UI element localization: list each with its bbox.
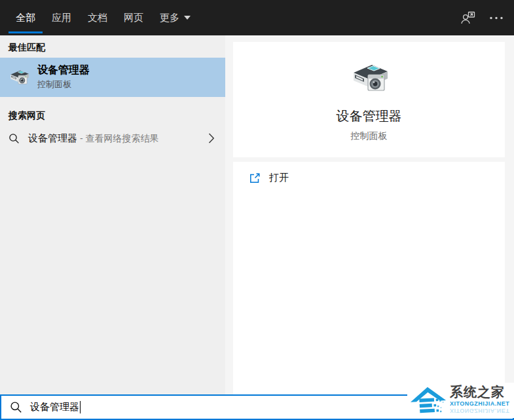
web-query-text: 设备管理器 [28, 132, 77, 143]
web-separator: - [77, 133, 85, 143]
web-hint-text: 查看网络搜索结果 [85, 133, 158, 143]
actions-pane: 打开 [233, 162, 505, 394]
search-icon [9, 133, 20, 144]
tab-web[interactable]: 网页 [117, 0, 151, 35]
result-title: 设备管理器 [37, 64, 90, 76]
chevron-right-icon [208, 133, 215, 144]
open-action[interactable]: 打开 [233, 162, 505, 194]
web-search-suggestion[interactable]: 设备管理器 - 查看网络搜索结果 [0, 126, 225, 151]
site-watermark: 系统之家 XITONGZHIJIA.NET XITONGZHIJIA.NET [407, 383, 514, 418]
result-device-manager[interactable]: 设备管理器 控制面板 [0, 58, 225, 97]
caret-down-icon [184, 16, 191, 20]
person-feedback-icon[interactable] [460, 10, 476, 26]
tab-all-label: 全部 [16, 12, 35, 24]
tab-web-label: 网页 [124, 12, 143, 24]
search-icon [10, 401, 22, 413]
tab-apps-label: 应用 [52, 12, 71, 24]
tab-documents[interactable]: 文档 [81, 0, 115, 35]
topbar-icon-group [460, 0, 504, 35]
tab-all[interactable]: 全部 [9, 0, 43, 35]
filter-tab-bar: 全部 应用 文档 网页 更多 [0, 0, 200, 35]
watermark-domain-reflection: XITONGZHIJIA.NET [450, 408, 509, 414]
preview-pane: 设备管理器 控制面板 [233, 42, 505, 157]
preview-subtitle: 控制面板 [351, 130, 388, 142]
open-action-label: 打开 [269, 172, 289, 184]
device-manager-icon [8, 66, 30, 88]
tab-more[interactable]: 更多 [153, 0, 198, 35]
result-subtitle: 控制面板 [37, 79, 90, 90]
ellipsis-icon[interactable] [489, 16, 504, 20]
tab-apps[interactable]: 应用 [45, 0, 79, 35]
results-panel: 最佳匹配 设备管理器 控制面板 搜索网页 设备管理器 - 查看网络搜索结果 [0, 35, 225, 394]
tab-more-label: 更多 [160, 12, 179, 24]
search-input-value: 设备管理器 [30, 401, 79, 412]
best-match-header: 最佳匹配 [0, 35, 225, 58]
tab-documents-label: 文档 [88, 12, 107, 24]
search-window-topbar: 全部 应用 文档 网页 更多 [0, 0, 514, 35]
watermark-title: 系统之家 [450, 385, 505, 399]
preview-title: 设备管理器 [337, 107, 402, 125]
watermark-domain: XITONGZHIJIA.NET [450, 400, 509, 407]
house-logo-icon [410, 385, 447, 417]
search-web-header: 搜索网页 [0, 104, 225, 126]
device-manager-icon [348, 57, 390, 99]
text-cursor [80, 401, 81, 413]
open-external-icon [249, 172, 261, 184]
